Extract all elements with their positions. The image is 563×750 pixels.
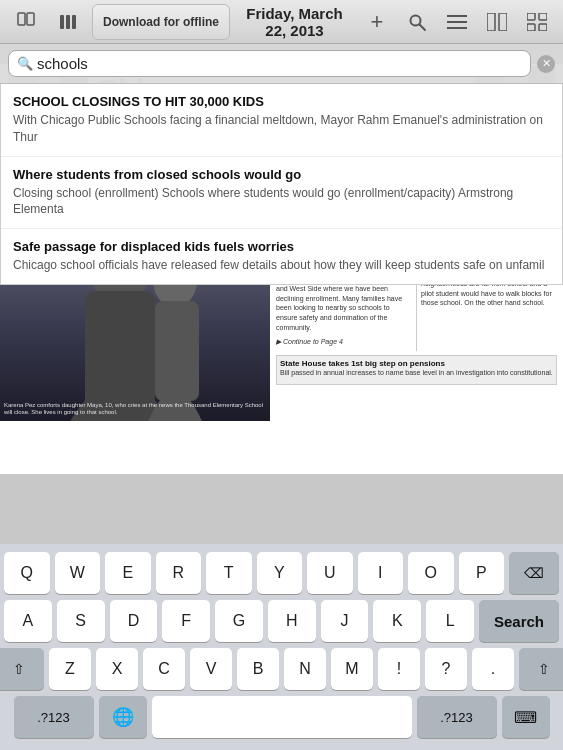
key-q[interactable]: Q <box>4 552 50 594</box>
key-t[interactable]: T <box>206 552 252 594</box>
svg-rect-12 <box>527 13 535 20</box>
svg-rect-3 <box>66 15 70 29</box>
toolbar-date: Friday, March 22, 2013 <box>236 5 353 39</box>
svg-rect-4 <box>72 15 76 29</box>
keyboard-row-2: A S D F G H J K L Search <box>4 600 559 642</box>
svg-rect-0 <box>18 13 25 25</box>
bookmarks-icon[interactable] <box>8 4 44 40</box>
search-clear-button[interactable]: ✕ <box>537 55 555 73</box>
key-i[interactable]: I <box>358 552 404 594</box>
key-x[interactable]: X <box>96 648 138 690</box>
space-key[interactable] <box>152 696 412 738</box>
keyboard-hide-key[interactable]: ⌨ <box>502 696 550 738</box>
content-area: TOP SEEDS, TOP DOGS Chic SC <box>0 44 563 474</box>
search-bar: 🔍 ✕ <box>0 44 563 84</box>
emoji-key[interactable]: 🌐 <box>99 696 147 738</box>
svg-rect-10 <box>487 13 495 31</box>
keyboard: Q W E R T Y U I O P ⌫ A S D F G H J K L … <box>0 544 563 750</box>
svg-line-6 <box>420 24 426 30</box>
svg-rect-2 <box>60 15 64 29</box>
key-period-row3[interactable]: . <box>472 648 514 690</box>
search-overlay: 🔍 ✕ SCHOOL CLOSINGS TO HIT 30,000 KIDS W… <box>0 44 563 285</box>
search-result-item-1[interactable]: SCHOOL CLOSINGS TO HIT 30,000 KIDS With … <box>1 84 562 157</box>
search-input-wrap[interactable]: 🔍 <box>8 50 531 77</box>
search-result-title-1: SCHOOL CLOSINGS TO HIT 30,000 KIDS <box>13 94 550 109</box>
key-n[interactable]: N <box>284 648 326 690</box>
keyboard-row-3: ⇧ Z X C V B N M ! ? . ⇧ <box>4 648 559 690</box>
svg-rect-14 <box>527 24 535 31</box>
key-h[interactable]: H <box>268 600 316 642</box>
svg-rect-1 <box>27 13 34 25</box>
key-e[interactable]: E <box>105 552 151 594</box>
keyboard-row-4: .?123 🌐 .?123 ⌨ <box>4 696 559 738</box>
search-icon: 🔍 <box>17 56 33 71</box>
key-k[interactable]: K <box>373 600 421 642</box>
svg-rect-15 <box>539 24 547 31</box>
key-exclamation[interactable]: ! <box>378 648 420 690</box>
shift-right-key[interactable]: ⇧ <box>519 648 563 690</box>
search-button[interactable]: Search <box>479 600 559 642</box>
search-result-title-3: Safe passage for displaced kids fuels wo… <box>13 239 550 254</box>
download-offline-button[interactable]: Download for offline <box>92 4 230 40</box>
backspace-key[interactable]: ⌫ <box>509 552 559 594</box>
search-icon[interactable] <box>399 4 435 40</box>
key-m[interactable]: M <box>331 648 373 690</box>
svg-rect-24 <box>155 301 199 401</box>
add-icon[interactable]: + <box>359 4 395 40</box>
svg-rect-13 <box>539 13 547 20</box>
key-f[interactable]: F <box>162 600 210 642</box>
key-v[interactable]: V <box>190 648 232 690</box>
key-z[interactable]: Z <box>49 648 91 690</box>
key-b[interactable]: B <box>237 648 279 690</box>
key-s[interactable]: S <box>57 600 105 642</box>
search-result-title-2: Where students from closed schools would… <box>13 167 550 182</box>
key-a[interactable]: A <box>4 600 52 642</box>
key-y[interactable]: Y <box>257 552 303 594</box>
key-p[interactable]: P <box>459 552 505 594</box>
key-j[interactable]: J <box>321 600 369 642</box>
shift-left-key[interactable]: ⇧ <box>0 648 44 690</box>
list-view-icon[interactable] <box>439 4 475 40</box>
search-result-item-3[interactable]: Safe passage for displaced kids fuels wo… <box>1 229 562 284</box>
toolbar: Download for offline Friday, March 22, 2… <box>0 0 563 44</box>
key-w[interactable]: W <box>55 552 101 594</box>
svg-rect-11 <box>499 13 507 31</box>
grid-icon[interactable] <box>519 4 555 40</box>
key-u[interactable]: U <box>307 552 353 594</box>
key-r[interactable]: R <box>156 552 202 594</box>
keyboard-row-1: Q W E R T Y U I O P ⌫ <box>4 552 559 594</box>
key-o[interactable]: O <box>408 552 454 594</box>
key-question[interactable]: ? <box>425 648 467 690</box>
key-c[interactable]: C <box>143 648 185 690</box>
search-result-snippet-3: Chicago school officials have released f… <box>13 257 550 274</box>
columns-icon[interactable] <box>479 4 515 40</box>
key-g[interactable]: G <box>215 600 263 642</box>
np-photo-caption: Karena Pez comforts daughter Maya, 10, w… <box>4 402 266 418</box>
search-result-snippet-2: Closing school (enrollment) Schools wher… <box>13 185 550 219</box>
search-input[interactable] <box>37 55 522 72</box>
key-l[interactable]: L <box>426 600 474 642</box>
search-result-snippet-1: With Chicago Public Schools facing a fin… <box>13 112 550 146</box>
search-result-item-2[interactable]: Where students from closed schools would… <box>1 157 562 230</box>
library-icon[interactable] <box>50 4 86 40</box>
numbers-right-key[interactable]: .?123 <box>417 696 497 738</box>
search-results: SCHOOL CLOSINGS TO HIT 30,000 KIDS With … <box>0 84 563 285</box>
key-d[interactable]: D <box>110 600 158 642</box>
numbers-left-key[interactable]: .?123 <box>14 696 94 738</box>
